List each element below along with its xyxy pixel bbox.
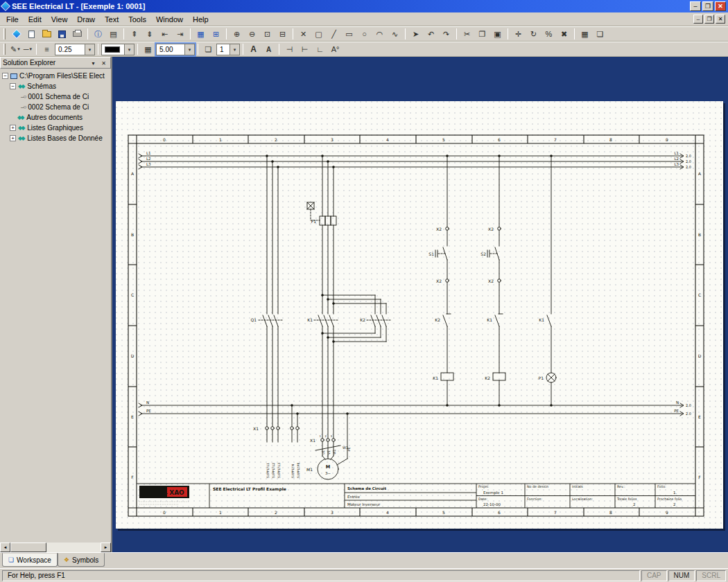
collapse-icon[interactable]: −	[10, 83, 16, 89]
tree-item-folio-0002[interactable]: –○ 0002 Schema de Ci	[0, 102, 111, 112]
close-button[interactable]: ✕	[715, 1, 726, 11]
pen-style-dropdown[interactable]: ✎ ▾	[9, 43, 21, 55]
grid-size-combo[interactable]: 5.00 ▾	[156, 44, 195, 55]
draw-circle-button[interactable]: ○	[357, 28, 372, 40]
panel-menu-button[interactable]: ▾	[89, 59, 98, 67]
move-button[interactable]: ✛	[511, 28, 526, 40]
menu-edit[interactable]: Edit	[24, 14, 46, 25]
scale-button[interactable]: %	[541, 28, 556, 40]
folio-list-button[interactable]: ▤	[106, 28, 121, 40]
layer-combo[interactable]: 1 ▾	[216, 44, 240, 55]
menu-window[interactable]: Window	[151, 14, 188, 25]
new-window-button[interactable]: ❏	[593, 28, 607, 40]
motor-terminal-u1: U1	[322, 450, 325, 455]
paste-button[interactable]: ▣	[490, 28, 505, 40]
explorer-tree: − C:\Program Files\SEE Elect − ◆◆ Schéma…	[0, 69, 111, 542]
last-folio-button[interactable]: ⇥	[173, 28, 187, 40]
first-folio-button[interactable]: ⇤	[157, 28, 172, 40]
drawing-canvas[interactable]: 0 1 2 3 4 5 6 7 8 9 0 1 2 3 4 5 6	[112, 57, 728, 552]
expand-icon[interactable]: +	[10, 125, 16, 131]
menu-draw[interactable]: Draw	[72, 14, 100, 25]
erase-button[interactable]: ✖	[557, 28, 571, 40]
device-label-s2: S2	[480, 252, 486, 256]
next-folio-button[interactable]: ⇟	[142, 28, 157, 40]
rev-label: Rev.:	[617, 485, 625, 488]
doc-restore-button[interactable]: ❐	[704, 15, 714, 24]
menu-help[interactable]: Help	[188, 14, 214, 25]
chevron-down-icon[interactable]: ▾	[85, 44, 94, 55]
save-button[interactable]	[55, 28, 69, 40]
tree-item-autres[interactable]: ◆◆ Autres documents	[0, 112, 111, 123]
menu-file[interactable]: File	[1, 14, 24, 25]
toolbar-grip2[interactable]	[3, 44, 6, 55]
chevron-down-icon[interactable]: ▾	[184, 44, 194, 55]
font-decrease-button[interactable]: A	[261, 43, 276, 55]
tree-item-root[interactable]: − C:\Program Files\SEE Elect	[0, 71, 111, 81]
draw-rectangle-button[interactable]: ▭	[342, 28, 356, 40]
tab-workspace[interactable]: ❏ Workspace	[2, 553, 58, 567]
open-button[interactable]	[40, 28, 54, 40]
cut-button[interactable]: ✂	[460, 28, 474, 40]
align-left-button[interactable]: ⊣	[282, 43, 297, 55]
pointer-button[interactable]: ➤	[408, 28, 423, 40]
grid-button[interactable]: ▦	[141, 43, 155, 55]
zoom-window-button[interactable]: ⊡	[260, 28, 275, 40]
layer-button[interactable]: ❏	[201, 43, 216, 55]
restore-button[interactable]: ❐	[702, 1, 713, 11]
toolbar-grip[interactable]	[3, 28, 6, 39]
minimize-button[interactable]: –	[690, 1, 701, 11]
info-button[interactable]: ⓘ	[91, 28, 105, 40]
tree-item-listes-bases[interactable]: + ◆◆ Listes Bases de Donnée	[0, 133, 111, 143]
scroll-right-button[interactable]: ▸	[101, 543, 111, 552]
align-right-button[interactable]: ⊢	[297, 43, 312, 55]
database-grid-button[interactable]: ▦	[193, 28, 208, 40]
expand-icon[interactable]: +	[10, 135, 16, 141]
cable-label: SUPPLY.N	[291, 464, 295, 478]
menu-tools[interactable]: Tools	[123, 14, 151, 25]
doc-close-button[interactable]: ✕	[716, 15, 725, 24]
delete-button[interactable]: ✕	[296, 28, 311, 40]
draw-line-button[interactable]: ╱	[327, 28, 341, 40]
workspace-button[interactable]	[9, 28, 24, 40]
align-right-icon: ⊢	[302, 45, 309, 54]
copy-button[interactable]: ❐	[475, 28, 489, 40]
font-increase-button[interactable]: A	[246, 43, 261, 55]
angle-button[interactable]: ∟	[313, 43, 327, 55]
contact-label-k1b: K1	[539, 317, 544, 322]
tree-item-folio-0001[interactable]: –○ 0001 Schema de Ci	[0, 91, 111, 102]
scrollbar-track[interactable]	[10, 543, 101, 552]
line-width-button[interactable]: ≡	[40, 43, 54, 55]
doc-minimize-button[interactable]: –	[693, 15, 703, 24]
tab-symbols[interactable]: ❖ Symbols	[58, 553, 105, 567]
print-button[interactable]	[70, 28, 85, 40]
tree-item-schemas[interactable]: − ◆◆ Schémas	[0, 81, 111, 91]
text-angle-button[interactable]: A°	[328, 43, 343, 55]
draw-arc-button[interactable]: ◠	[372, 28, 387, 40]
grid-table-button[interactable]: ▦	[578, 28, 592, 40]
chevron-down-icon[interactable]: ▾	[124, 44, 134, 55]
translate-button[interactable]: ⊞	[209, 28, 223, 40]
line-width-combo[interactable]: 0.25 ▾	[55, 44, 95, 55]
schematic-page[interactable]: 0 1 2 3 4 5 6 7 8 9 0 1 2 3 4 5 6	[116, 101, 723, 529]
horizontal-scrollbar[interactable]: ◂ ▸	[0, 542, 111, 552]
menu-view[interactable]: View	[46, 14, 73, 25]
zoom-all-button[interactable]: ⊟	[275, 28, 290, 40]
rotate-button[interactable]: ↻	[526, 28, 541, 40]
scrollbar-thumb[interactable]	[10, 543, 46, 552]
zoom-in-button[interactable]: ⊕	[229, 28, 244, 40]
scroll-left-button[interactable]: ◂	[0, 543, 10, 552]
previous-folio-button[interactable]: ⇞	[127, 28, 141, 40]
chevron-down-icon[interactable]: ▾	[229, 44, 239, 55]
new-document-button[interactable]	[24, 28, 39, 40]
draw-curve-button[interactable]: ∿	[388, 28, 402, 40]
tree-item-listes-graphiques[interactable]: + ◆◆ Listes Graphiques	[0, 123, 111, 133]
menu-text[interactable]: Text	[100, 14, 123, 25]
selection-button[interactable]: ▢	[311, 28, 326, 40]
color-combo[interactable]: ▾	[101, 44, 135, 55]
undo-button[interactable]: ↶	[424, 28, 438, 40]
zoom-out-button[interactable]: ⊖	[245, 28, 259, 40]
line-style-dropdown[interactable]: ─ ▾	[22, 43, 33, 55]
panel-close-button[interactable]: ✕	[99, 59, 108, 67]
collapse-icon[interactable]: −	[2, 73, 8, 79]
redo-button[interactable]: ↷	[439, 28, 453, 40]
